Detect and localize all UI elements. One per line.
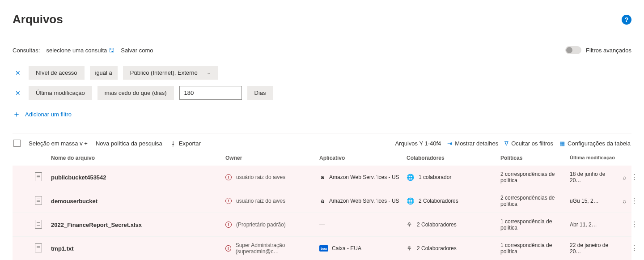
col-collaborators[interactable]: Colaboradores <box>407 155 500 161</box>
filter-field-chip[interactable]: Nível de acesso <box>29 66 85 80</box>
col-name[interactable]: Nome do arquivo <box>51 155 225 161</box>
filter-operator-chip[interactable]: igual a <box>90 66 118 80</box>
export-button[interactable]: ⭳ Exportar <box>170 140 201 147</box>
globe-icon: 🌐 <box>407 174 414 181</box>
search-icon[interactable]: ⌕ <box>623 174 626 181</box>
export-label: Exportar <box>179 140 201 147</box>
filter-days-input[interactable] <box>179 86 242 100</box>
queries-label: Consultas: <box>13 47 40 54</box>
table-settings-button[interactable]: ▦ Configurações da tabela <box>559 140 631 147</box>
warning-icon: ! <box>225 245 231 251</box>
app-text: Amazon Web Serv. 'ices - US <box>329 198 399 204</box>
col-policies[interactable]: Políticas <box>500 155 570 161</box>
files-table: Nome do arquivo Owner Aplicativo Colabor… <box>13 151 631 260</box>
app-text: Caixa - EUA <box>332 245 361 251</box>
add-filter-button[interactable]: ＋ Adicionar um filtro <box>13 109 631 119</box>
help-icon[interactable]: ? <box>622 15 631 25</box>
col-owner[interactable]: Owner <box>225 155 319 161</box>
show-details-button[interactable]: ⇥ Mostrar detalhes <box>447 140 498 147</box>
file-name[interactable]: 2022_FinanceReport_Secret.xlsx <box>51 222 225 228</box>
filter-field-chip[interactable]: Última modificação <box>29 86 92 100</box>
more-actions-icon[interactable]: ⋮ <box>631 197 638 205</box>
select-all-checkbox[interactable] <box>13 140 21 147</box>
modified-cell: 18 de junho de 20… <box>570 171 615 183</box>
save-icon: 🖫 <box>109 47 114 54</box>
filter-value-text: Público (Internet), Externo <box>130 69 198 76</box>
app-cell: — <box>319 222 407 228</box>
amazon-icon: a <box>319 198 326 204</box>
chevron-down-icon: ⌄ <box>207 70 211 76</box>
page-title: Arquivos <box>13 13 63 26</box>
new-search-policy[interactable]: Nova política da pesquisa <box>96 140 162 147</box>
advanced-filters-toggle[interactable] <box>565 46 581 54</box>
globe-icon: 🌐 <box>407 197 414 205</box>
table-row[interactable]: 2022_FinanceReport_Secret.xlsx!(Propriet… <box>13 213 631 237</box>
filter-operator-chip[interactable]: mais cedo do que (dias) <box>97 86 174 100</box>
file-icon <box>35 220 42 229</box>
table-header: Nome do arquivo Owner Aplicativo Colabor… <box>13 151 631 166</box>
collab-text: 2 Colaboradores <box>417 222 457 228</box>
table-row[interactable]: tmp1.txt!Super Administração (superadmin… <box>13 237 631 260</box>
save-as-button[interactable]: Salvar como <box>121 47 153 54</box>
modified-cell: 22 de janeiro de 20… <box>570 242 615 255</box>
policies-cell: 1 correspondência de política <box>500 218 570 231</box>
warning-icon: ! <box>225 174 232 180</box>
app-cell: boxCaixa - EUA <box>319 245 407 251</box>
bulk-select[interactable]: Seleção em massa v + <box>29 140 88 147</box>
more-actions-icon[interactable]: ⋮ <box>631 221 638 228</box>
owner-cell: !(Proprietário padrão) <box>225 222 319 228</box>
collaborators-cell: ⚘2 Colaboradores <box>407 245 500 252</box>
file-icon <box>35 243 42 252</box>
hide-filters-button[interactable]: ∇ Ocultar os filtros <box>504 140 553 147</box>
advanced-filters-label: Filtros avançados <box>586 47 631 54</box>
remove-filter-icon[interactable]: ✕ <box>13 88 23 98</box>
collab-text: 2 Colaboradores <box>419 198 458 204</box>
collaborators-cell: ⚘2 Colaboradores <box>407 221 500 228</box>
file-icon <box>35 172 42 181</box>
owner-text: Super Administração (superadmin@c… <box>236 242 319 255</box>
owner-cell: !usuário raiz do awes <box>225 198 319 204</box>
owner-cell: !usuário raiz do awes <box>225 174 319 180</box>
file-name[interactable]: demouserbucket <box>51 198 225 205</box>
more-actions-icon[interactable]: ⋮ <box>631 245 638 252</box>
col-modified[interactable]: Última modificação <box>570 155 615 161</box>
hide-filters-label: Ocultar os filtros <box>511 140 553 147</box>
file-counter: Arquivos Y 1-40f4 <box>395 140 441 147</box>
collab-text: 2 Colaboradores <box>417 245 457 251</box>
download-icon: ⭳ <box>170 140 176 147</box>
collaborators-cell: 🌐1 colaborador <box>407 174 500 181</box>
table-settings-label: Configurações da tabela <box>568 140 631 147</box>
owner-text: usuário raiz do awes <box>236 198 285 204</box>
search-icon[interactable]: ⌕ <box>623 197 626 205</box>
filter-value-dropdown[interactable]: Público (Internet), Externo ⌄ <box>123 66 218 80</box>
box-icon: box <box>319 245 328 251</box>
col-app[interactable]: Aplicativo <box>319 155 407 161</box>
modified-cell: Abr 11, 2… <box>570 222 615 228</box>
policies-cell: 1 correspondência de política <box>500 242 570 255</box>
file-name[interactable]: tmp1.txt <box>51 245 225 252</box>
filter-unit-chip[interactable]: Dias <box>247 86 273 100</box>
app-cell: aAmazon Web Serv. 'ices - US <box>319 198 407 204</box>
app-text: Amazon Web Serv. 'ices - US <box>329 174 399 180</box>
owner-cell: !Super Administração (superadmin@c… <box>225 242 319 255</box>
table-row[interactable]: demouserbucket!usuário raiz do awesaAmaz… <box>13 189 631 213</box>
modified-cell: uGu 15, 2… <box>570 198 615 204</box>
policies-cell: 2 correspondências de política <box>500 195 570 207</box>
app-cell: aAmazon Web Serv. 'ices - US <box>319 174 407 180</box>
more-actions-icon[interactable]: ⋮ <box>631 174 638 181</box>
details-icon: ⇥ <box>447 140 452 147</box>
collab-text: 1 colaborador <box>419 174 451 180</box>
collaborators-cell: 🌐2 Colaboradores <box>407 197 500 205</box>
show-details-label: Mostrar detalhes <box>455 140 498 147</box>
owner-text: usuário raiz do awes <box>236 174 285 180</box>
filter-row: ✕ Nível de acesso igual a Público (Inter… <box>13 66 631 80</box>
queries-select-text: selecione uma consulta <box>46 47 107 54</box>
remove-filter-icon[interactable]: ✕ <box>13 68 23 78</box>
queries-select[interactable]: selecione uma consulta 🖫 <box>46 47 114 54</box>
table-row[interactable]: publicbucket453542!usuário raiz do awesa… <box>13 166 631 189</box>
filter-icon: ∇ <box>504 140 508 147</box>
file-name[interactable]: publicbucket453542 <box>51 174 225 181</box>
share-icon: ⚘ <box>407 221 412 228</box>
table-icon: ▦ <box>559 140 565 147</box>
owner-text: (Proprietário padrão) <box>236 222 286 228</box>
